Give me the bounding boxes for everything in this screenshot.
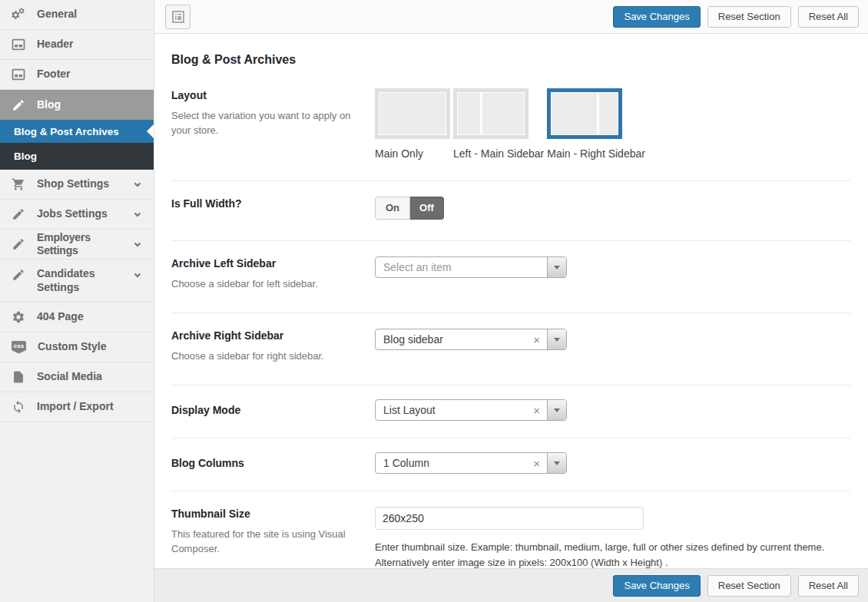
pencil-icon: [12, 268, 25, 282]
pencil-icon: [12, 207, 25, 221]
save-changes-button-bottom[interactable]: Save Changes: [613, 575, 700, 597]
display-mode-select[interactable]: List Layout ×: [375, 399, 567, 421]
field-label: Archive Right Sidebar: [171, 329, 359, 342]
sidebar-item-label: Jobs Settings: [37, 207, 108, 221]
layout-option-main-right-sidebar[interactable]: Main - Right Sidebar: [547, 88, 645, 160]
layout-thumbnail: [375, 88, 450, 139]
sync-icon: [12, 400, 25, 414]
archive-left-sidebar-select[interactable]: Select an item: [375, 256, 567, 278]
layout-option-label: Main - Right Sidebar: [547, 147, 645, 160]
field-row-thumbnail-size: Thumbnail Size This featured for the sit…: [171, 491, 851, 568]
field-control: Enter thumbnail size. Example: thumbnail…: [375, 507, 851, 568]
field-label: Display Mode: [171, 403, 359, 417]
page-title: Blog & Post Archives: [171, 53, 851, 67]
field-help-text: Enter thumbnail size. Example: thumbnail…: [375, 540, 851, 568]
field-control: List Layout ×: [375, 399, 851, 421]
chevron-down-icon: [132, 239, 143, 250]
layout-option-main-only[interactable]: Main Only: [375, 88, 450, 160]
theme-options-window: General Header Footer Blog Blog & Post A…: [0, 0, 868, 602]
sidebar-subitem-label: Blog & Post Archives: [14, 126, 119, 137]
select-placeholder: Select an item: [376, 261, 547, 273]
field-description: Select the variation you want to apply o…: [171, 109, 359, 138]
help-line: Alternatively enter image size in pixels…: [375, 555, 851, 568]
field-label: Blog Columns: [171, 456, 359, 470]
switch-on-button[interactable]: On: [375, 197, 410, 220]
column-divider: [597, 92, 599, 135]
sidebar-item-candidates-settings[interactable]: Candidates Settings: [0, 260, 154, 303]
cart-icon: [12, 177, 25, 191]
field-row-full-width: Is Full Width? On Off: [171, 181, 851, 241]
sidebar-item-jobs-settings[interactable]: Jobs Settings: [0, 200, 154, 230]
reset-all-button-bottom[interactable]: Reset All: [798, 575, 859, 597]
archive-right-sidebar-select[interactable]: Blog sidebar ×: [375, 329, 567, 350]
field-control: Main Only Left - Main Sidebar Main - Rig…: [375, 88, 851, 160]
sidebar-item-import-export[interactable]: Import / Export: [0, 392, 154, 422]
field-row-layout: Layout Select the variation you want to …: [171, 73, 851, 181]
field-meta: Is Full Width?: [171, 197, 375, 220]
sidebar-item-label: 404 Page: [37, 310, 84, 324]
sidebar-item-employers-settings[interactable]: Employers Settings: [0, 230, 154, 260]
clear-icon[interactable]: ×: [533, 405, 540, 416]
sidebar-item-blog[interactable]: Blog: [0, 90, 154, 120]
thumbnail-size-input[interactable]: [375, 507, 644, 530]
dropdown-arrow-icon[interactable]: [547, 257, 566, 277]
layout-option-left-main-sidebar[interactable]: Left - Main Sidebar: [453, 88, 544, 160]
chevron-down-icon: [132, 270, 143, 280]
blog-columns-select[interactable]: 1 Column ×: [375, 452, 567, 474]
clear-icon[interactable]: ×: [533, 458, 540, 469]
select-value: 1 Column: [376, 457, 533, 469]
field-control: On Off: [375, 197, 851, 220]
sidebar-item-footer[interactable]: Footer: [0, 60, 154, 90]
chevron-down-icon: [132, 179, 143, 190]
sidebar-item-header[interactable]: Header: [0, 30, 154, 60]
layout-icon: [171, 9, 186, 25]
dropdown-arrow-icon[interactable]: [547, 453, 566, 473]
sidebar-item-label: Footer: [37, 68, 71, 81]
sidebar-item-shop-settings[interactable]: Shop Settings: [0, 170, 154, 200]
field-label: Thumbnail Size: [171, 507, 359, 521]
sidebar-item-custom-style[interactable]: css Custom Style: [0, 332, 154, 362]
field-row-archive-right-sidebar: Archive Right Sidebar Choose a sidebar f…: [171, 313, 851, 385]
field-label: Archive Left Sidebar: [171, 256, 359, 270]
layout-option-label: Left - Main Sidebar: [453, 147, 544, 160]
dropdown-arrow-icon[interactable]: [547, 400, 566, 420]
layout-option-label: Main Only: [375, 147, 450, 160]
field-description: Choose a sidebar for right sidebar.: [171, 349, 359, 364]
sidebar-item-label: Social Media: [37, 370, 102, 384]
field-meta: Layout Select the variation you want to …: [171, 88, 375, 160]
switch-off-button[interactable]: Off: [410, 197, 444, 220]
layout-panel-toggle-button[interactable]: [165, 5, 190, 29]
content-area: Save Changes Reset Section Reset All Blo…: [154, 0, 868, 602]
reset-all-button[interactable]: Reset All: [798, 6, 859, 28]
topbar-actions: Save Changes Reset Section Reset All: [613, 6, 859, 28]
page-icon: [12, 370, 25, 384]
sidebar-item-label: General: [37, 8, 77, 22]
sidebar-item-general[interactable]: General: [0, 0, 154, 30]
field-meta: Blog Columns: [171, 452, 375, 474]
select-value: Blog sidebar: [376, 333, 533, 346]
dropdown-arrow-icon[interactable]: [547, 329, 566, 349]
sidebar-subitem-blog-post-archives[interactable]: Blog & Post Archives: [0, 120, 154, 143]
field-meta: Thumbnail Size This featured for the sit…: [171, 507, 375, 568]
field-row-archive-left-sidebar: Archive Left Sidebar Choose a sidebar fo…: [171, 241, 851, 313]
field-row-display-mode: Display Mode List Layout ×: [171, 385, 851, 438]
layout-options: Main Only Left - Main Sidebar Main - Rig…: [375, 88, 851, 160]
footer-actions-bar: Save Changes Reset Section Reset All: [154, 568, 868, 602]
chevron-down-icon: [132, 209, 143, 220]
reset-section-button[interactable]: Reset Section: [707, 6, 791, 28]
field-label: Layout: [171, 88, 359, 102]
sidebar-item-label: Shop Settings: [37, 177, 109, 191]
sidebar-item-404-page[interactable]: 404 Page: [0, 303, 154, 332]
field-control: 1 Column ×: [375, 452, 851, 474]
sidebar-item-social-media[interactable]: Social Media: [0, 362, 154, 392]
field-meta: Archive Right Sidebar Choose a sidebar f…: [171, 329, 375, 364]
reset-section-button-bottom[interactable]: Reset Section: [707, 575, 791, 597]
sidebar-subitem-blog[interactable]: Blog: [0, 143, 154, 170]
layout-thumbnail-selected: [547, 88, 622, 139]
sidebar-subitem-label: Blog: [14, 150, 37, 162]
select-value: List Layout: [376, 404, 533, 416]
header-layout-icon: [12, 38, 25, 51]
clear-icon[interactable]: ×: [533, 334, 540, 346]
save-changes-button[interactable]: Save Changes: [613, 6, 700, 28]
gear-icon: [12, 310, 25, 324]
